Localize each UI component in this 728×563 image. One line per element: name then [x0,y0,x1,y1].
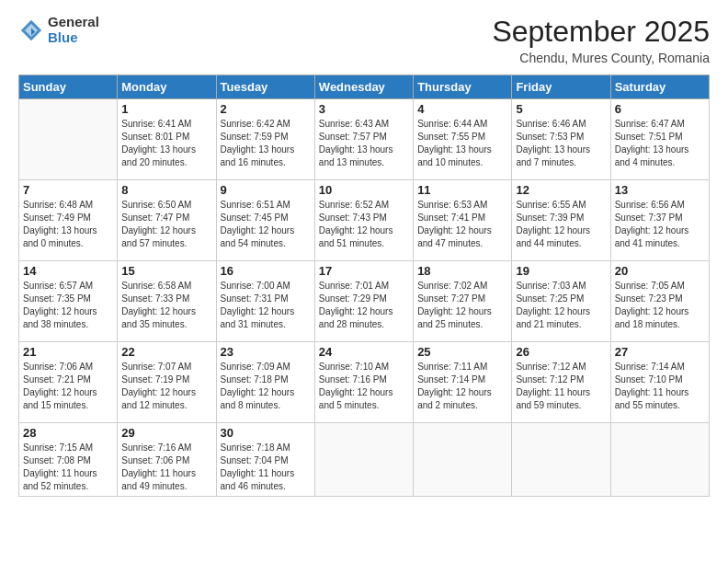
day-info: Sunrise: 6:57 AMSunset: 7:35 PMDaylight:… [23,280,113,331]
col-saturday: Saturday [610,75,709,99]
day-info: Sunrise: 7:10 AMSunset: 7:16 PMDaylight:… [319,361,409,412]
day-info: Sunrise: 7:05 AMSunset: 7:23 PMDaylight:… [615,280,705,331]
table-row: 20Sunrise: 7:05 AMSunset: 7:23 PMDayligh… [610,261,709,342]
day-number: 22 [121,345,211,359]
page: General Blue September 2025 Chendu, Mure… [0,0,728,563]
day-number: 18 [417,264,507,278]
day-number: 12 [516,183,606,197]
day-info: Sunrise: 7:18 AMSunset: 7:04 PMDaylight:… [221,442,311,493]
header: General Blue September 2025 Chendu, Mure… [18,15,710,65]
day-info: Sunrise: 6:55 AMSunset: 7:39 PMDaylight:… [516,199,606,250]
table-row: 11Sunrise: 6:53 AMSunset: 7:41 PMDayligh… [414,180,512,261]
day-number: 21 [23,345,113,359]
table-row: 6Sunrise: 6:47 AMSunset: 7:51 PMDaylight… [610,99,709,180]
table-row: 12Sunrise: 6:55 AMSunset: 7:39 PMDayligh… [512,180,610,261]
logo-blue-text: Blue [48,30,99,46]
logo-text: General Blue [48,15,99,45]
table-row: 29Sunrise: 7:16 AMSunset: 7:06 PMDayligh… [118,423,216,497]
day-number: 17 [319,264,409,278]
day-info: Sunrise: 6:48 AMSunset: 7:49 PMDaylight:… [23,199,113,250]
month-title: September 2025 [492,15,710,49]
day-info: Sunrise: 7:06 AMSunset: 7:21 PMDaylight:… [23,361,113,412]
table-row: 24Sunrise: 7:10 AMSunset: 7:16 PMDayligh… [314,342,413,423]
calendar-header-row: Sunday Monday Tuesday Wednesday Thursday… [19,75,710,99]
day-number: 2 [221,102,311,116]
day-info: Sunrise: 6:44 AMSunset: 7:55 PMDaylight:… [417,118,507,169]
day-info: Sunrise: 7:14 AMSunset: 7:10 PMDaylight:… [615,361,705,412]
table-row: 28Sunrise: 7:15 AMSunset: 7:08 PMDayligh… [19,423,118,497]
day-info: Sunrise: 6:41 AMSunset: 8:01 PMDaylight:… [121,118,211,169]
day-info: Sunrise: 7:03 AMSunset: 7:25 PMDaylight:… [516,280,606,331]
day-number: 4 [417,102,507,116]
day-info: Sunrise: 6:51 AMSunset: 7:45 PMDaylight:… [221,199,311,250]
day-info: Sunrise: 7:02 AMSunset: 7:27 PMDaylight:… [417,280,507,331]
day-number: 1 [121,102,211,116]
day-info: Sunrise: 7:07 AMSunset: 7:19 PMDaylight:… [121,361,211,412]
table-row: 14Sunrise: 6:57 AMSunset: 7:35 PMDayligh… [19,261,118,342]
table-row [610,423,709,497]
table-row: 7Sunrise: 6:48 AMSunset: 7:49 PMDaylight… [19,180,118,261]
day-number: 26 [516,345,606,359]
table-row: 9Sunrise: 6:51 AMSunset: 7:45 PMDaylight… [216,180,314,261]
table-row: 2Sunrise: 6:42 AMSunset: 7:59 PMDaylight… [216,99,314,180]
table-row: 30Sunrise: 7:18 AMSunset: 7:04 PMDayligh… [216,423,314,497]
day-info: Sunrise: 7:11 AMSunset: 7:14 PMDaylight:… [417,361,507,412]
table-row: 10Sunrise: 6:52 AMSunset: 7:43 PMDayligh… [314,180,413,261]
day-info: Sunrise: 6:56 AMSunset: 7:37 PMDaylight:… [615,199,705,250]
table-row: 17Sunrise: 7:01 AMSunset: 7:29 PMDayligh… [314,261,413,342]
day-number: 9 [221,183,311,197]
col-thursday: Thursday [414,75,512,99]
day-number: 5 [516,102,606,116]
day-info: Sunrise: 6:58 AMSunset: 7:33 PMDaylight:… [121,280,211,331]
day-info: Sunrise: 6:42 AMSunset: 7:59 PMDaylight:… [221,118,311,169]
day-number: 24 [319,345,409,359]
col-friday: Friday [512,75,610,99]
day-info: Sunrise: 6:47 AMSunset: 7:51 PMDaylight:… [615,118,705,169]
day-info: Sunrise: 6:43 AMSunset: 7:57 PMDaylight:… [319,118,409,169]
day-number: 15 [121,264,211,278]
day-number: 20 [615,264,705,278]
day-number: 30 [221,426,311,440]
logo-general-text: General [48,15,99,30]
day-number: 19 [516,264,606,278]
table-row: 13Sunrise: 6:56 AMSunset: 7:37 PMDayligh… [610,180,709,261]
day-info: Sunrise: 7:09 AMSunset: 7:18 PMDaylight:… [221,361,311,412]
day-info: Sunrise: 7:00 AMSunset: 7:31 PMDaylight:… [221,280,311,331]
col-tuesday: Tuesday [216,75,314,99]
col-monday: Monday [118,75,216,99]
day-number: 28 [23,426,113,440]
day-number: 7 [23,183,113,197]
day-info: Sunrise: 7:01 AMSunset: 7:29 PMDaylight:… [319,280,409,331]
table-row: 16Sunrise: 7:00 AMSunset: 7:31 PMDayligh… [216,261,314,342]
day-number: 13 [615,183,705,197]
table-row: 3Sunrise: 6:43 AMSunset: 7:57 PMDaylight… [314,99,413,180]
table-row [19,99,118,180]
day-number: 25 [417,345,507,359]
table-row: 21Sunrise: 7:06 AMSunset: 7:21 PMDayligh… [19,342,118,423]
table-row: 27Sunrise: 7:14 AMSunset: 7:10 PMDayligh… [610,342,709,423]
day-number: 14 [23,264,113,278]
table-row [414,423,512,497]
table-row [512,423,610,497]
day-info: Sunrise: 6:52 AMSunset: 7:43 PMDaylight:… [319,199,409,250]
calendar-table: Sunday Monday Tuesday Wednesday Thursday… [18,75,710,497]
day-number: 16 [221,264,311,278]
table-row: 19Sunrise: 7:03 AMSunset: 7:25 PMDayligh… [512,261,610,342]
table-row: 1Sunrise: 6:41 AMSunset: 8:01 PMDaylight… [118,99,216,180]
day-number: 27 [615,345,705,359]
title-block: September 2025 Chendu, Mures County, Rom… [492,15,710,65]
day-info: Sunrise: 7:16 AMSunset: 7:06 PMDaylight:… [121,442,211,493]
day-number: 8 [121,183,211,197]
day-number: 11 [417,183,507,197]
table-row: 4Sunrise: 6:44 AMSunset: 7:55 PMDaylight… [414,99,512,180]
day-number: 6 [615,102,705,116]
day-number: 10 [319,183,409,197]
day-info: Sunrise: 7:12 AMSunset: 7:12 PMDaylight:… [516,361,606,412]
day-number: 23 [221,345,311,359]
table-row: 5Sunrise: 6:46 AMSunset: 7:53 PMDaylight… [512,99,610,180]
logo-icon [18,17,44,43]
day-info: Sunrise: 7:15 AMSunset: 7:08 PMDaylight:… [23,442,113,493]
table-row: 18Sunrise: 7:02 AMSunset: 7:27 PMDayligh… [414,261,512,342]
table-row: 22Sunrise: 7:07 AMSunset: 7:19 PMDayligh… [118,342,216,423]
day-number: 3 [319,102,409,116]
